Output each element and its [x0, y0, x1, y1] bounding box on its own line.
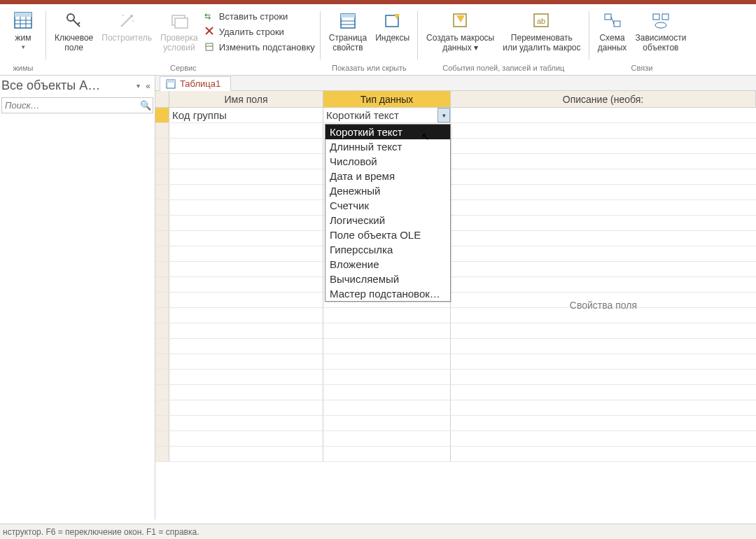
search-icon[interactable]: 🔍 [139, 98, 153, 113]
field-row-empty[interactable] [155, 400, 756, 416]
field-desc-cell[interactable] [451, 154, 756, 169]
field-row-empty[interactable] [155, 293, 756, 308]
row-selector[interactable] [155, 447, 169, 461]
field-type-cell[interactable] [323, 431, 451, 446]
field-name-cell[interactable] [169, 246, 323, 261]
field-row-empty[interactable] [155, 185, 756, 200]
field-desc-cell[interactable] [451, 370, 756, 384]
field-type-cell[interactable] [323, 400, 451, 415]
row-selector[interactable] [155, 169, 169, 184]
field-row-empty[interactable] [155, 200, 756, 216]
field-row-empty[interactable] [155, 416, 756, 431]
datatype-option[interactable]: Вычисляемый [326, 272, 450, 286]
field-name-cell[interactable] [169, 416, 323, 430]
field-type-cell[interactable] [323, 385, 451, 400]
field-desc-cell[interactable] [451, 262, 756, 276]
field-desc-cell[interactable] [451, 139, 756, 153]
field-row-empty[interactable] [155, 385, 756, 400]
datatype-option[interactable]: Короткий текст [326, 125, 450, 139]
row-selector[interactable] [155, 354, 169, 369]
field-desc-cell[interactable] [451, 323, 756, 338]
datatype-option[interactable]: Гиперссылка [326, 242, 450, 257]
field-name-cell[interactable] [169, 216, 323, 230]
field-desc-cell[interactable] [451, 216, 756, 230]
field-name-cell[interactable] [169, 262, 323, 276]
field-desc-cell[interactable] [451, 169, 756, 184]
field-name-cell[interactable] [169, 400, 323, 415]
field-row-empty[interactable] [155, 323, 756, 339]
nav-pane-title[interactable]: Все объекты А… [1, 78, 134, 93]
object-dependencies-button[interactable]: Зависимости объектов [633, 8, 690, 55]
nav-search-input[interactable] [2, 98, 139, 113]
field-type-cell[interactable] [323, 339, 451, 354]
row-selector-header[interactable] [155, 91, 169, 108]
field-row-empty[interactable] [155, 370, 756, 385]
nav-pane-dropdown-icon[interactable]: ▾ [134, 82, 143, 90]
delete-rows-button[interactable]: Удалить строки [204, 25, 315, 38]
field-name-cell[interactable] [169, 339, 323, 354]
field-row-empty[interactable] [155, 339, 756, 354]
field-row-empty[interactable] [155, 354, 756, 370]
field-name-cell[interactable] [169, 231, 323, 246]
field-name-cell[interactable] [169, 354, 323, 369]
field-type-cell[interactable] [323, 354, 451, 369]
view-mode-button[interactable]: жим [6, 8, 41, 52]
field-name-cell[interactable] [169, 431, 323, 446]
field-type-cell[interactable] [323, 323, 451, 338]
type-dropdown-arrow[interactable]: ▾ [438, 108, 450, 122]
field-type-cell[interactable] [323, 308, 451, 323]
insert-rows-button[interactable]: ⇆Вставить строки [204, 10, 315, 22]
row-selector[interactable] [155, 277, 169, 292]
field-name-cell[interactable] [169, 277, 323, 292]
field-desc-cell[interactable] [451, 200, 756, 215]
field-desc-cell[interactable] [451, 431, 756, 446]
field-desc-cell[interactable] [451, 400, 756, 415]
field-row-empty[interactable] [155, 231, 756, 246]
row-selector[interactable] [155, 123, 169, 138]
field-desc-cell[interactable] [451, 385, 756, 400]
datatype-option[interactable]: Вложение [326, 257, 450, 272]
field-name-cell[interactable]: Код группы [169, 108, 323, 122]
datatype-option[interactable]: Числовой [326, 154, 450, 169]
field-name-cell[interactable] [169, 293, 323, 307]
datatype-dropdown[interactable]: Короткий текстДлинный текстЧисловойДата … [325, 124, 451, 302]
field-row-empty[interactable] [155, 216, 756, 231]
datatype-option[interactable]: Мастер подстановок… [326, 286, 450, 301]
field-name-cell[interactable] [169, 370, 323, 384]
field-name-cell[interactable] [169, 139, 323, 153]
datatype-option[interactable]: Дата и время [326, 169, 450, 183]
field-desc-cell[interactable] [451, 123, 756, 138]
row-selector[interactable] [155, 185, 169, 200]
field-desc-cell[interactable] [451, 354, 756, 369]
row-selector[interactable] [155, 139, 169, 153]
indexes-button[interactable]: Индексы [372, 8, 412, 55]
field-name-cell[interactable] [169, 123, 323, 138]
field-row-empty[interactable] [155, 447, 756, 462]
field-row-empty[interactable] [155, 308, 756, 323]
row-selector[interactable] [155, 293, 169, 307]
field-desc-cell[interactable] [451, 185, 756, 200]
modify-lookups-button[interactable]: Изменить подстановку [204, 41, 315, 53]
datatype-option[interactable]: Денежный [326, 183, 450, 198]
field-name-cell[interactable] [169, 447, 323, 461]
relationships-button[interactable]: Схема данных [595, 8, 630, 55]
primary-key-button[interactable]: Ключевое поле [52, 8, 96, 55]
row-selector[interactable] [155, 216, 169, 230]
field-name-cell[interactable] [169, 169, 323, 184]
row-selector[interactable] [155, 323, 169, 338]
col-header-type[interactable]: Тип данных [323, 91, 451, 108]
create-data-macros-button[interactable]: Создать макросы данных ▾ [424, 8, 497, 55]
row-selector[interactable] [155, 431, 169, 446]
row-selector[interactable] [155, 339, 169, 354]
field-type-cell[interactable] [323, 447, 451, 461]
field-type-cell[interactable]: Короткий текст▾ [323, 108, 451, 122]
row-selector[interactable] [155, 200, 169, 215]
field-desc-cell[interactable] [451, 108, 756, 122]
rename-delete-macro-button[interactable]: ab Переименовать или удалить макрос [500, 8, 583, 55]
row-selector[interactable] [155, 370, 169, 384]
field-row-empty[interactable] [155, 262, 756, 277]
field-row-empty[interactable] [155, 169, 756, 185]
field-row-empty[interactable] [155, 139, 756, 154]
property-sheet-button[interactable]: Страница свойств [326, 8, 370, 55]
row-selector[interactable] [155, 246, 169, 261]
